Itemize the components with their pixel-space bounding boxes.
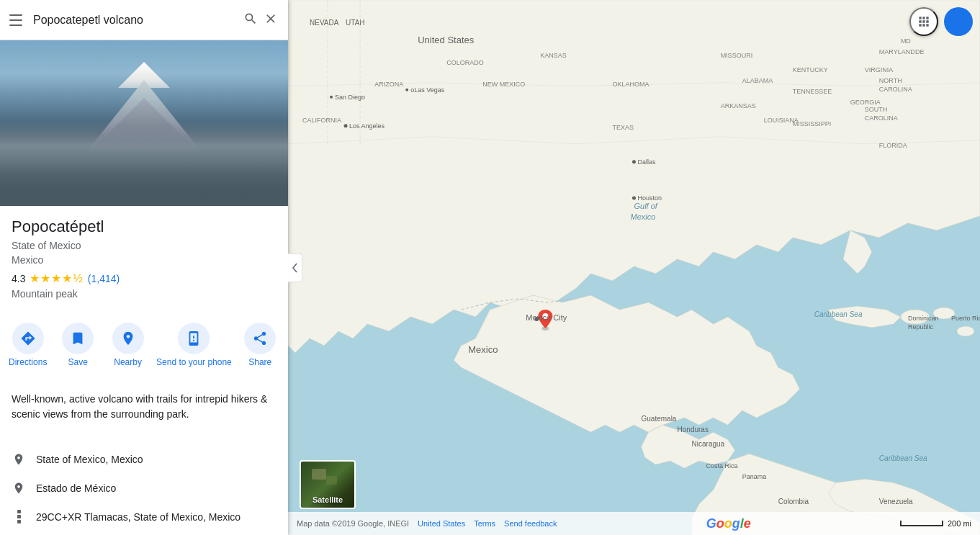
- rating-number: 4.3: [12, 273, 25, 284]
- svg-text:Republic: Republic: [908, 323, 934, 331]
- search-icon: [243, 12, 258, 26]
- place-rating-row: 4.3 ★★★★½ (1,414): [12, 271, 277, 285]
- menu-icon[interactable]: [7, 12, 24, 29]
- apps-grid-button[interactable]: [909, 7, 938, 36]
- svg-text:Los Angeles: Los Angeles: [349, 122, 385, 130]
- svg-text:DE: DE: [915, 48, 925, 55]
- svg-text:KANSAS: KANSAS: [540, 52, 567, 59]
- map-container[interactable]: Mexico City United States Mexico Gulf of…: [288, 0, 980, 535]
- left-panel: Popocatépetl State of Mexico Mexico 4.3 …: [0, 0, 288, 535]
- svg-text:Nicaragua: Nicaragua: [692, 440, 725, 448]
- user-avatar[interactable]: [944, 7, 973, 36]
- add-label-item[interactable]: Add a label: [0, 531, 288, 535]
- svg-text:NEVADA: NEVADA: [310, 19, 339, 27]
- share-icon-circle: [244, 323, 276, 354]
- directions-button[interactable]: Directions: [6, 323, 50, 369]
- map-svg: Mexico City United States Mexico Gulf of…: [288, 0, 980, 535]
- svg-text:Colombia: Colombia: [778, 498, 809, 505]
- place-photo: [0, 40, 288, 206]
- address-item-2: Estado de México: [0, 474, 288, 503]
- svg-text:Costa Rica: Costa Rica: [706, 462, 738, 469]
- search-input-container: [33, 14, 240, 27]
- location-pin-icon: [12, 452, 26, 467]
- address-item-3: 29CC+XR Tlamacas, State of Mexico, Mexic…: [0, 503, 288, 531]
- collapse-button[interactable]: [288, 253, 302, 282]
- svg-text:MISSISSIPPI: MISSISSIPPI: [793, 120, 832, 127]
- top-right-controls: [909, 7, 973, 36]
- google-logo: Google: [706, 516, 751, 531]
- collapse-icon: [292, 263, 299, 273]
- svg-text:Puerto Rico: Puerto Rico: [951, 315, 980, 322]
- apps-grid-icon: [917, 14, 931, 29]
- svg-text:CAROLINA: CAROLINA: [865, 114, 898, 122]
- svg-text:OKLAHOMA: OKLAHOMA: [612, 81, 649, 88]
- svg-text:Caribbean Sea: Caribbean Sea: [879, 454, 927, 462]
- scale-line: [900, 521, 943, 526]
- svg-text:UTAH: UTAH: [346, 19, 364, 27]
- svg-text:NORTH: NORTH: [879, 77, 902, 84]
- stars-display: ★★★★½: [30, 271, 83, 285]
- satellite-label: Satellite: [313, 495, 343, 504]
- send-phone-icon-circle: [178, 323, 210, 354]
- address-item-1: State of Mexico, Mexico: [0, 445, 288, 474]
- map-bottom-bar: Map data ©2019 Google, INEGI United Stat…: [288, 512, 980, 535]
- svg-text:COLORADO: COLORADO: [446, 59, 484, 66]
- svg-text:San Diego: San Diego: [335, 94, 365, 101]
- save-label: Save: [68, 357, 87, 369]
- feedback-link[interactable]: Send feedback: [504, 519, 557, 528]
- svg-text:MD: MD: [901, 37, 911, 45]
- clear-button[interactable]: [261, 9, 281, 31]
- svg-text:MISSOURI: MISSOURI: [721, 52, 753, 59]
- save-button[interactable]: Save: [56, 323, 99, 369]
- svg-point-61: [632, 196, 636, 199]
- svg-text:LOUISIANA: LOUISIANA: [764, 117, 799, 124]
- save-icon: [70, 331, 86, 346]
- svg-text:Mexico: Mexico: [468, 344, 498, 355]
- svg-text:Caribbean Sea: Caribbean Sea: [814, 310, 863, 318]
- search-bar: [0, 0, 288, 40]
- address-text-3: 29CC+XR Tlamacas, State of Mexico, Mexic…: [36, 511, 240, 523]
- svg-text:Venezuela: Venezuela: [879, 498, 913, 505]
- svg-text:GEORGIA: GEORGIA: [850, 99, 881, 106]
- plus-code-icon: [12, 510, 26, 524]
- terms-link[interactable]: Terms: [474, 519, 495, 528]
- location-pin-icon-2: [12, 481, 26, 495]
- svg-point-55: [330, 96, 333, 99]
- svg-text:Mexico City: Mexico City: [526, 313, 567, 322]
- description: Well-known, active volcano with trails f…: [0, 386, 288, 433]
- svg-text:Dallas: Dallas: [638, 158, 657, 166]
- svg-text:MARYLAND: MARYLAND: [879, 48, 915, 55]
- place-info: Popocatépetl State of Mexico Mexico 4.3 …: [0, 206, 288, 305]
- nearby-button[interactable]: Nearby: [107, 323, 150, 369]
- united-states-link[interactable]: United States: [418, 519, 465, 528]
- send-to-phone-button[interactable]: Send to your phone: [156, 323, 232, 369]
- place-subtitle: State of Mexico Mexico: [12, 239, 277, 267]
- svg-point-57: [405, 89, 408, 91]
- search-input[interactable]: [33, 14, 240, 27]
- map-copyright: Map data ©2019 Google, INEGI: [297, 519, 409, 528]
- svg-text:Panama: Panama: [742, 473, 767, 480]
- place-type: Mountain peak: [12, 288, 277, 300]
- svg-point-59: [632, 160, 636, 163]
- review-count[interactable]: (1,414): [88, 273, 120, 284]
- save-icon-circle: [62, 323, 94, 354]
- svg-text:CAROLINA: CAROLINA: [879, 86, 912, 93]
- svg-point-7: [534, 317, 539, 321]
- place-photo-bg: [0, 40, 288, 206]
- svg-text:SOUTH: SOUTH: [865, 106, 888, 113]
- clear-icon: [264, 12, 278, 26]
- svg-text:TEXAS: TEXAS: [612, 124, 634, 131]
- svg-text:Dominican: Dominican: [908, 315, 939, 322]
- svg-text:Mexico: Mexico: [630, 212, 655, 221]
- svg-text:oLas Vegas: oLas Vegas: [410, 86, 445, 94]
- send-to-phone-label: Send to your phone: [156, 357, 232, 369]
- svg-text:ARIZONA: ARIZONA: [374, 81, 403, 88]
- place-subtitle-line1: State of Mexico: [12, 240, 81, 251]
- svg-text:Honduras: Honduras: [678, 426, 709, 433]
- svg-text:NEW MEXICO: NEW MEXICO: [482, 81, 525, 88]
- share-button[interactable]: Share: [238, 323, 282, 369]
- svg-text:Gulf of: Gulf of: [634, 202, 658, 210]
- search-button[interactable]: [240, 9, 261, 31]
- satellite-thumbnail[interactable]: Satellite: [300, 460, 356, 509]
- svg-text:ALABAMA: ALABAMA: [742, 77, 773, 84]
